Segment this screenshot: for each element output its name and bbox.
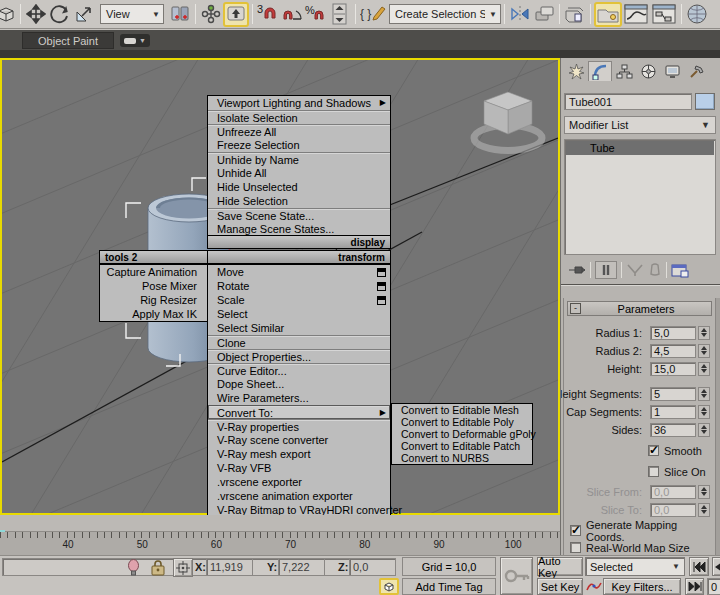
parameters-rollout-header[interactable]: - Parameters [567, 301, 712, 316]
angle-snap-icon[interactable] [280, 2, 304, 26]
menu-item[interactable]: Select Similar [208, 321, 390, 335]
set-keys-button[interactable] [500, 557, 533, 595]
menu-item[interactable]: Curve Editor... [208, 363, 390, 377]
generate-mapping-row[interactable]: Generate Mapping Coords. [570, 524, 715, 537]
menu-item[interactable]: Move [208, 265, 390, 279]
spinner-snap-icon[interactable] [328, 2, 352, 26]
sides-field[interactable]: 36 [650, 423, 696, 437]
create-tab-icon[interactable] [564, 61, 588, 81]
rotate-icon[interactable] [48, 2, 72, 26]
notification-bulb-icon[interactable] [126, 559, 141, 578]
menu-item[interactable]: Freeze Selection [208, 138, 390, 152]
x-coordinate-field[interactable]: 11,919 [206, 558, 253, 576]
menu-item[interactable]: Rig Resizer [100, 293, 207, 307]
key-mode-curve-icon[interactable] [586, 579, 602, 595]
time-ruler[interactable]: 405060708090100 [0, 532, 560, 555]
ribbon-dropdown-button[interactable]: ▼ [120, 34, 150, 47]
remove-modifier-icon[interactable] [648, 263, 662, 277]
menu-item[interactable]: Manage Scene States... [208, 222, 390, 236]
menu-item[interactable]: V-Ray properties [208, 419, 390, 433]
generate-mapping-checkbox[interactable] [570, 525, 581, 536]
set-key-button[interactable]: Set Key [537, 578, 583, 595]
use-pivot-center-icon[interactable] [168, 2, 192, 26]
menu-item[interactable]: Clone [208, 335, 390, 349]
display-tab-icon[interactable] [660, 61, 684, 81]
show-end-result-icon[interactable] [595, 261, 617, 279]
menu-item[interactable]: V-Ray mesh export [208, 447, 390, 461]
object-color-swatch[interactable] [695, 93, 715, 110]
menu-item[interactable]: Unhide by Name [208, 152, 390, 166]
radius1-field[interactable]: 5,0 [650, 326, 696, 340]
menu-item[interactable]: Rotate [208, 279, 390, 293]
menu-item[interactable]: Convert to Editable Poly [392, 416, 532, 428]
menu-item[interactable]: Unhide All [208, 166, 390, 180]
selection-lock-icon[interactable] [150, 559, 166, 578]
menu-item[interactable]: Hide Unselected [208, 180, 390, 194]
smooth-checkbox[interactable] [648, 445, 659, 456]
schematic-view-icon[interactable] [650, 2, 678, 26]
radius2-spinner[interactable] [698, 344, 710, 358]
timeline[interactable]: 405060708090100 [0, 515, 560, 555]
height-spinner[interactable] [698, 362, 710, 376]
snaps-toggle-3d-icon[interactable]: 3 [256, 2, 280, 26]
select-region-icon[interactable] [0, 2, 17, 26]
make-unique-icon[interactable] [626, 263, 644, 277]
y-coordinate-field[interactable]: 7,222 [278, 558, 325, 576]
override-toggle-button[interactable] [223, 2, 249, 27]
menu-item[interactable]: Save Scene State... [208, 208, 390, 222]
modifier-list-dropdown[interactable]: Modifier List▼ [564, 116, 716, 134]
radius1-spinner[interactable] [698, 326, 710, 340]
curve-editor-icon[interactable] [622, 2, 650, 26]
selection-filter-dropdown[interactable]: Selected▼ [585, 557, 685, 576]
layer-manager-icon[interactable] [563, 2, 587, 26]
menu-item[interactable]: Convert to NURBS [392, 452, 532, 464]
sides-spinner[interactable] [698, 423, 710, 437]
add-time-tag[interactable]: Add Time Tag [402, 578, 496, 595]
scene-explorer-toggle-button[interactable] [594, 2, 622, 27]
manipulate-icon[interactable] [199, 2, 223, 26]
stack-item-tube[interactable]: Tube [566, 141, 714, 155]
real-world-map-row[interactable]: Real-World Map Size [570, 542, 690, 553]
menu-item[interactable]: Capture Animation [100, 265, 207, 279]
slice-on-checkbox-row[interactable]: Slice On [648, 465, 706, 478]
menu-item[interactable]: Apply Max IK [100, 307, 207, 321]
menu-item[interactable]: Convert to Editable Mesh [392, 404, 532, 416]
modifier-stack[interactable]: Tube [564, 139, 716, 255]
modify-tab-icon[interactable] [588, 61, 612, 81]
menu-item[interactable]: Pose Mixer [100, 279, 207, 293]
named-selection-sets-icon[interactable]: { } [359, 2, 389, 26]
named-selection-dropdown[interactable]: Create Selection Se▼ [389, 4, 501, 24]
tab-object-paint[interactable]: Object Paint [22, 32, 114, 49]
mirror-icon[interactable] [508, 2, 532, 26]
height-segments-field[interactable]: 5 [650, 387, 696, 401]
panel-scrollbar[interactable] [715, 298, 720, 555]
menu-item[interactable]: Select [208, 307, 390, 321]
menu-item[interactable]: V-Ray scene converter [208, 433, 390, 447]
transform-typein-icon[interactable] [173, 558, 193, 577]
z-coordinate-field[interactable]: 0,0 [349, 558, 396, 576]
smooth-checkbox-row[interactable]: Smooth [648, 444, 702, 457]
height-segments-spinner[interactable] [698, 387, 710, 401]
isolate-toggle-icon[interactable] [379, 578, 399, 595]
track-bar[interactable] [0, 515, 560, 532]
menu-item[interactable]: .vrscene exporter [208, 475, 390, 489]
cap-segments-field[interactable]: 1 [650, 405, 696, 419]
key-filters-button[interactable]: Key Filters... [603, 578, 681, 595]
auto-key-button[interactable]: Auto Key [537, 557, 583, 576]
configure-modifier-sets-icon[interactable] [671, 263, 689, 278]
next-frame-button[interactable] [685, 578, 704, 595]
slice-on-checkbox[interactable] [648, 466, 659, 477]
go-to-start-button[interactable] [689, 557, 709, 576]
percent-snap-icon[interactable]: % [304, 2, 328, 26]
utilities-tab-icon[interactable] [684, 61, 708, 81]
material-editor-icon[interactable] [685, 2, 709, 26]
menu-item[interactable]: Scale [208, 293, 390, 307]
real-world-map-checkbox[interactable] [570, 542, 581, 553]
menu-item[interactable]: Object Properties... [208, 349, 390, 363]
menu-item[interactable]: Hide Selection [208, 194, 390, 208]
scale-icon[interactable] [72, 2, 96, 26]
settings-box-icon[interactable] [377, 296, 386, 305]
settings-box-icon[interactable] [377, 282, 386, 291]
menu-item[interactable]: Unfreeze All [208, 124, 390, 138]
align-icon[interactable] [532, 2, 556, 26]
